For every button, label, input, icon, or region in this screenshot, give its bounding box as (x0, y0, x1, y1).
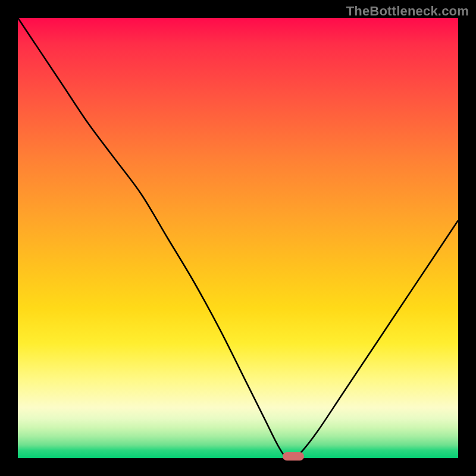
curve-path (18, 18, 458, 459)
plot-area (18, 18, 458, 458)
watermark-text: TheBottleneck.com (346, 4, 469, 19)
optimal-point-marker (283, 452, 304, 461)
bottleneck-curve (18, 18, 458, 458)
chart-frame: TheBottleneck.com (0, 0, 476, 476)
